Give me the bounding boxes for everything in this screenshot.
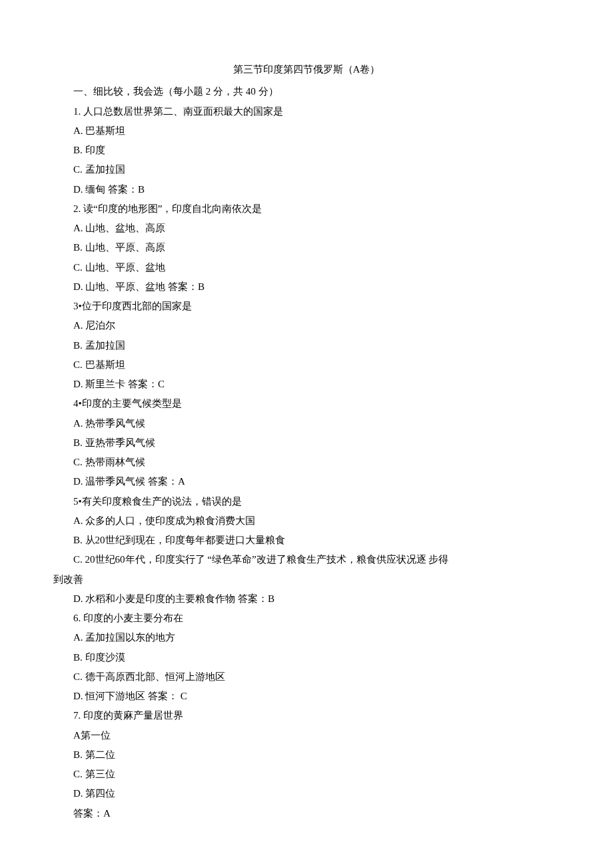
option-a: A. 孟加拉国以东的地方 bbox=[53, 628, 560, 647]
option-d-answer: D. 斯里兰卡 答案：C bbox=[53, 375, 560, 394]
option-a: A第一位 bbox=[53, 726, 560, 745]
option-b: B. 山地、平原、高原 bbox=[53, 238, 560, 257]
question-stem: 1. 人口总数居世界第二、南亚面积最大的国家是 bbox=[53, 102, 560, 121]
option-b: B. 印度 bbox=[53, 141, 560, 160]
answer: 答案：A bbox=[53, 804, 560, 823]
option-d-answer: D. 缅甸 答案：B bbox=[53, 180, 560, 199]
option-c: C. 德干高原西北部、恒河上游地区 bbox=[53, 667, 560, 687]
question-stem: 3•位于印度西北部的国家是 bbox=[53, 297, 560, 316]
option-a: A. 众多的人口，使印度成为粮食消费大国 bbox=[53, 511, 560, 531]
option-b: B. 印度沙漠 bbox=[53, 648, 560, 667]
option-b: B. 亚热带季风气候 bbox=[53, 433, 560, 453]
option-a: A. 山地、盆地、高原 bbox=[53, 219, 560, 238]
option-c: C. 山地、平原、盆地 bbox=[53, 258, 560, 277]
option-c: C. 巴基斯坦 bbox=[53, 355, 560, 375]
option-a: A. 巴基斯坦 bbox=[53, 121, 560, 141]
question-stem: 7. 印度的黄麻产量居世界 bbox=[53, 706, 560, 725]
option-c: C. 热带雨林气候 bbox=[53, 453, 560, 472]
option-d-answer: D. 恒河下游地区 答案： C bbox=[53, 687, 560, 706]
document-page: 第三节印度第四节俄罗斯（A卷） 一、细比较，我会选（每小题 2 分，共 40 分… bbox=[0, 0, 613, 863]
option-c: C. 孟加拉国 bbox=[53, 160, 560, 179]
question-stem: 2. 读“印度的地形图”，印度自北向南依次是 bbox=[53, 199, 560, 219]
question-stem: 6. 印度的小麦主要分布在 bbox=[53, 609, 560, 628]
option-d-answer: D. 温带季风气候 答案：A bbox=[53, 472, 560, 491]
option-c-part2: 到改善 bbox=[53, 570, 560, 589]
option-a: A. 热带季风气候 bbox=[53, 414, 560, 433]
option-b: B. 孟加拉国 bbox=[53, 336, 560, 355]
question-stem: 4•印度的主要气候类型是 bbox=[53, 394, 560, 413]
option-b: B. 第二位 bbox=[53, 745, 560, 765]
question-stem: 5•有关印度粮食生产的说法，错误的是 bbox=[53, 492, 560, 511]
option-d-answer: D. 水稻和小麦是印度的主要粮食作物 答案：B bbox=[53, 589, 560, 609]
option-b: B. 从20世纪到现在，印度每年都要进口大量粮食 bbox=[53, 531, 560, 550]
option-d: D. 第四位 bbox=[53, 784, 560, 803]
section-header: 一、细比较，我会选（每小题 2 分，共 40 分） bbox=[53, 82, 560, 101]
option-c: C. 第三位 bbox=[53, 765, 560, 784]
option-a: A. 尼泊尔 bbox=[53, 316, 560, 335]
option-d-answer: D. 山地、平原、盆地 答案：B bbox=[53, 277, 560, 297]
document-title: 第三节印度第四节俄罗斯（A卷） bbox=[53, 60, 560, 79]
option-c-part1: C. 20世纪60年代，印度实行了 “绿色革命”改进了粮食生产技术，粮食供应状况… bbox=[53, 550, 560, 569]
